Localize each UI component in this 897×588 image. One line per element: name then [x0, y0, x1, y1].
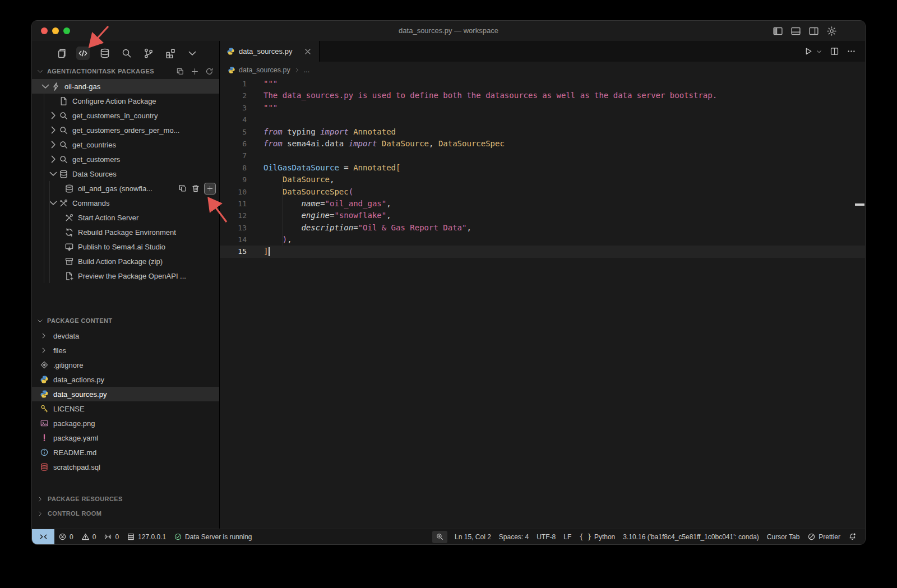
status-encoding[interactable]: UTF-8 [533, 529, 560, 544]
duplicate-icon[interactable] [178, 184, 187, 193]
section-header-package-resources[interactable]: PACKAGE RESOURCES [32, 492, 219, 506]
file-item-files[interactable]: files [32, 343, 219, 358]
tree-item-start-action-server[interactable]: Start Action Server [32, 210, 219, 225]
tree-item-get-customers-orders-per-mo[interactable]: get_customers_orders_per_mo... [32, 123, 219, 137]
tree-item-get-customers[interactable]: get_customers [32, 152, 219, 166]
plus-icon[interactable] [191, 67, 199, 76]
code-line-12[interactable]: 12 engine="snowflake", [220, 210, 865, 221]
code-line-3[interactable]: 3 """ [220, 102, 865, 114]
code-line-14[interactable]: 14 ), [220, 234, 865, 246]
file-item-package-yaml[interactable]: package.yaml [32, 430, 219, 445]
code-line-10[interactable]: 10 DataSourceSpec( [220, 186, 865, 198]
code-line-9[interactable]: 9 DataSource, [220, 174, 865, 186]
tree-item-publish-to-sema4-ai-studio[interactable]: Publish to Sema4.ai Studio [32, 239, 219, 254]
breadcrumb-more[interactable]: ... [304, 66, 309, 74]
tree-item-oil-and-gas-snowfla[interactable]: oil_and_gas (snowfla... [32, 181, 219, 196]
status-cursor-position[interactable]: Ln 15, Col 2 [451, 529, 495, 544]
status-warnings-count[interactable]: 0 [77, 529, 100, 544]
file-item-data-actions-py[interactable]: data_actions.py [32, 372, 219, 387]
section-header-control-room[interactable]: CONTROL ROOM [32, 506, 219, 521]
status-cursor-tab[interactable]: Cursor Tab [763, 529, 803, 544]
status-prettier[interactable]: Prettier [803, 529, 844, 544]
status-notifications[interactable] [844, 529, 861, 544]
status-remote-indicator[interactable] [32, 529, 54, 544]
code-line-13[interactable]: 13 description="Oil & Gas Report Data", [220, 222, 865, 234]
line-number: 1 [220, 78, 247, 90]
section-header-agent-packages[interactable]: AGENT/ACTION/TASK PACKAGES [32, 64, 219, 78]
chevron-spacer [48, 96, 59, 105]
activity-item-sema4-code-view[interactable] [76, 47, 90, 60]
file-item-gitignore[interactable]: .gitignore [32, 358, 219, 372]
activity-item-search-view[interactable] [120, 47, 133, 60]
trash-icon[interactable] [191, 184, 200, 193]
activity-item-additional-views[interactable] [186, 47, 199, 60]
tab-data-sources-py[interactable]: data_sources.py [220, 41, 320, 62]
status-zoom-indicator[interactable] [432, 531, 447, 543]
code-line-2[interactable]: 2 The data_sources.py is used to define … [220, 90, 865, 101]
toggle-panel-layout-panel-icon[interactable] [790, 26, 801, 36]
breadcrumb-file[interactable]: data_sources.py [239, 66, 290, 74]
add-data-source-button[interactable] [204, 183, 216, 195]
chevron-down-icon[interactable] [48, 169, 59, 178]
activity-item-source-control[interactable] [142, 47, 155, 60]
breadcrumb[interactable]: data_sources.py ... [220, 62, 865, 78]
code-line-6[interactable]: 6 from sema4ai.data import DataSource, D… [220, 138, 865, 150]
activity-item-data-view[interactable] [98, 47, 112, 60]
chevron-down-icon[interactable] [816, 48, 822, 55]
activity-item-extensions-view[interactable] [164, 47, 177, 60]
activity-item-explorer[interactable] [54, 47, 68, 60]
code-line-7[interactable]: 7 [220, 150, 865, 161]
tree-item-get-customers-in-country[interactable]: get_customers_in_country [32, 108, 219, 123]
status-errors-count[interactable]: 0 [54, 529, 77, 544]
remote-icon [39, 533, 48, 541]
file-item-license[interactable]: LICENSE [32, 401, 219, 416]
split-icon[interactable] [830, 47, 839, 56]
file-item-devdata[interactable]: devdata [32, 328, 219, 343]
status-forwarded-ports[interactable]: 0 [100, 529, 123, 544]
status-end-of-line[interactable]: LF [560, 529, 575, 544]
code-line-4[interactable]: 4 [220, 114, 865, 126]
chevron-right-icon[interactable] [48, 155, 59, 164]
run-button[interactable] [803, 47, 813, 56]
code-line-15[interactable]: 15 ] [220, 246, 865, 257]
file-item-scratchpad-sql[interactable]: scratchpad.sql [32, 460, 219, 474]
line-number: 6 [220, 138, 247, 150]
tree-item-oil-and-gas[interactable]: oil-and-gas [32, 79, 219, 94]
line-number: 11 [220, 198, 247, 210]
status-python-interpreter[interactable]: 3.10.16 ('ba1f8c4_c5e81ff_1c0bc041': con… [619, 529, 763, 544]
code-line-11[interactable]: 11 name="oil_and_gas", [220, 198, 865, 210]
file-item-data-sources-py[interactable]: data_sources.py [32, 387, 219, 401]
tree-item-configure-action-package[interactable]: Configure Action Package [32, 94, 219, 108]
tree-item-commands[interactable]: Commands [32, 196, 219, 210]
duplicate-icon[interactable] [176, 67, 184, 76]
chevron-right-icon[interactable] [48, 126, 59, 135]
status-language-mode[interactable]: { }Python [575, 529, 619, 544]
tree-item-data-sources[interactable]: Data Sources [32, 166, 219, 181]
tree-item-rebuild-package-environment[interactable]: Rebuild Package Environment [32, 225, 219, 239]
status-indentation[interactable]: Spaces: 4 [495, 529, 533, 544]
file-item-package-png[interactable]: package.png [32, 416, 219, 430]
file-item-readme-md[interactable]: README.md [32, 445, 219, 460]
refresh-icon[interactable] [205, 67, 214, 76]
close-tab-icon[interactable] [303, 47, 312, 56]
tree-item-preview-the-package-openapi[interactable]: Preview the Package OpenAPI ... [32, 268, 219, 283]
section-header-package-content[interactable]: PACKAGE CONTENT [32, 314, 219, 327]
status-data-server-status[interactable]: Data Server is running [170, 529, 256, 544]
toggle-secondary-sidebar-layout-right-icon[interactable] [808, 26, 819, 36]
code-line-8[interactable]: 8 OilGasDataSource = Annotated[ [220, 162, 865, 174]
tree-item-get-countries[interactable]: get_countries [32, 137, 219, 152]
code-line-5[interactable]: 5 from typing import Annotated [220, 126, 865, 138]
manage-settings-gear-icon[interactable] [826, 26, 837, 36]
chevron-right-icon[interactable] [48, 111, 59, 120]
chevron-down-icon[interactable] [40, 82, 51, 91]
chevron-right-icon[interactable] [48, 140, 59, 149]
tree-item-build-action-package-zip[interactable]: Build Action Package (zip) [32, 254, 219, 268]
code-editor[interactable]: 1 """ 2 The data_sources.py is used to d… [220, 78, 865, 258]
token-parameter: name [301, 199, 320, 208]
code-line-1[interactable]: 1 """ [220, 78, 865, 90]
line-number: 13 [220, 222, 247, 234]
file-item-label: LICENSE [53, 405, 85, 413]
status-server-address[interactable]: 127.0.0.1 [123, 529, 170, 544]
more-icon[interactable] [847, 47, 856, 56]
toggle-primary-sidebar-layout-left-icon[interactable] [773, 26, 783, 36]
